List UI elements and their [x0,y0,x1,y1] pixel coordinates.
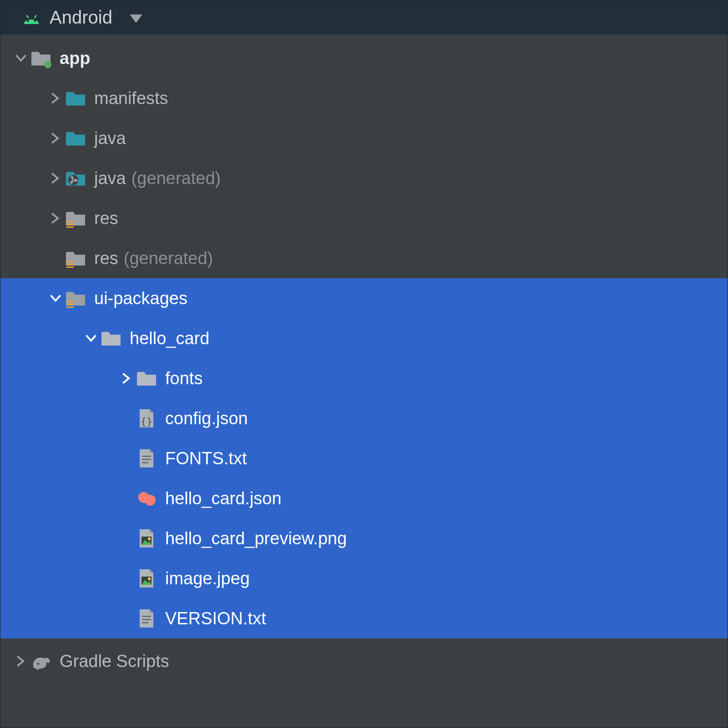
tree-node-version-txt[interactable]: VERSION.txt [0,598,728,638]
relay-file-icon [136,487,158,509]
tree-label: image.jpeg [165,569,250,588]
tree-node-fonts-txt[interactable]: FONTS.txt [0,438,728,478]
tree-label: ui-packages [94,289,187,308]
tree-label: FONTS.txt [165,449,247,468]
view-mode-label: Android [50,7,112,28]
tree-label: VERSION.txt [165,609,266,628]
text-file-icon [136,447,158,469]
tree-label: hello_card [130,329,209,348]
tree-node-app[interactable]: app [0,38,728,78]
folder-icon [136,367,158,389]
tree-node-res-generated[interactable]: res (generated) [0,238,728,278]
tree-node-fonts[interactable]: fonts [0,358,728,398]
tree-label: app [60,49,91,68]
tree-node-hello-card[interactable]: hello_card [0,318,728,358]
gradle-icon [30,650,52,672]
chevron-right-icon[interactable] [11,655,30,667]
tree-label: res [94,249,118,268]
folder-icon [101,327,122,349]
chevron-right-icon[interactable] [117,372,136,384]
tree-node-java-generated[interactable]: java (generated) [0,158,728,198]
image-file-icon [136,527,158,549]
tree-label: hello_card.json [165,489,282,508]
tree-label: res [94,209,118,228]
tree-suffix: (generated) [124,249,213,268]
tree-node-config-json[interactable]: config.json [0,398,728,438]
tree-node-hello-card-json[interactable]: hello_card.json [0,478,728,518]
tree-label: config.json [165,409,248,428]
tree-node-manifests[interactable]: manifests [0,78,728,118]
image-file-icon [136,567,158,589]
tree-label: hello_card_preview.png [165,529,347,548]
tree-label: Gradle Scripts [60,652,169,671]
package-folder-icon [65,127,87,149]
project-view-header[interactable]: Android [0,0,728,35]
project-tree: app manifests java java (generated) res … [0,35,728,681]
tree-label: fonts [165,369,202,388]
tree-node-java[interactable]: java [0,118,728,158]
tree-label: java [94,129,126,148]
resource-folder-icon [65,247,87,269]
tree-node-preview-png[interactable]: hello_card_preview.png [0,518,728,558]
chevron-down-icon[interactable] [46,292,65,304]
json-file-icon [136,407,158,429]
tree-label: manifests [94,89,168,108]
android-icon [21,10,41,25]
resource-folder-icon [65,207,87,229]
dropdown-icon[interactable] [130,8,142,27]
tree-node-image-jpeg[interactable]: image.jpeg [0,558,728,598]
tree-label: java [94,169,126,188]
resource-folder-icon [65,287,87,309]
package-folder-icon [65,87,87,109]
chevron-right-icon[interactable] [46,92,65,104]
tree-node-ui-packages[interactable]: ui-packages [0,278,728,318]
chevron-right-icon[interactable] [46,212,65,224]
tree-node-res[interactable]: res [0,198,728,238]
module-folder-icon [30,47,52,69]
chevron-down-icon[interactable] [81,332,101,344]
text-file-icon [136,608,158,629]
generated-folder-icon [65,167,87,189]
chevron-down-icon[interactable] [11,52,30,64]
tree-node-gradle-scripts[interactable]: Gradle Scripts [0,641,728,681]
chevron-right-icon[interactable] [46,172,65,184]
chevron-right-icon[interactable] [46,132,65,144]
tree-suffix: (generated) [131,169,221,188]
